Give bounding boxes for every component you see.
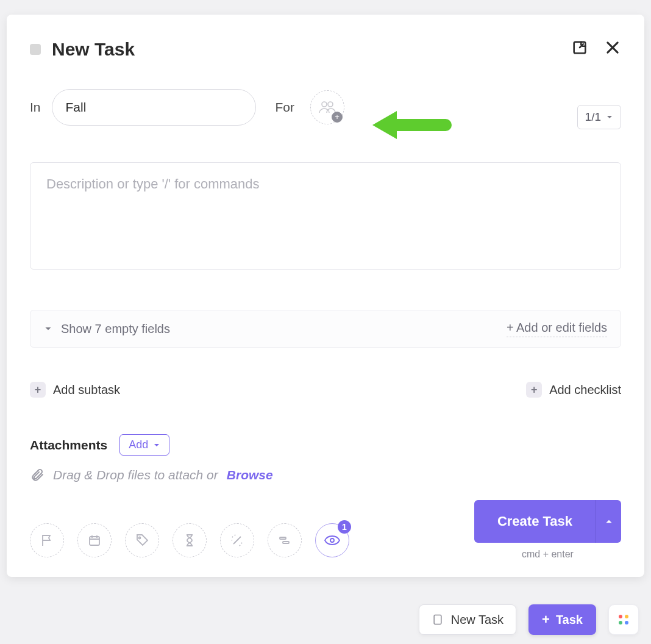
attachments-add-label: Add bbox=[129, 438, 148, 451]
eye-icon bbox=[324, 535, 341, 546]
modal-title[interactable]: New Task bbox=[52, 39, 135, 60]
svg-rect-3 bbox=[90, 537, 99, 545]
create-task-button[interactable]: Create Task bbox=[474, 500, 596, 543]
priority-button[interactable] bbox=[30, 523, 64, 557]
close-icon[interactable] bbox=[604, 39, 621, 56]
svg-point-9 bbox=[619, 615, 622, 618]
svg-rect-6 bbox=[283, 542, 289, 543]
description-input[interactable] bbox=[30, 162, 621, 270]
plus-icon: + bbox=[526, 382, 542, 398]
attachments-title: Attachments bbox=[30, 438, 107, 453]
minimized-task-card[interactable]: New Task bbox=[419, 604, 516, 635]
plus-icon: + bbox=[542, 612, 550, 628]
empty-fields-bar: Show 7 empty fields + Add or edit fields bbox=[30, 310, 621, 348]
modal-header: New Task bbox=[30, 39, 621, 60]
minimized-task-label: New Task bbox=[451, 613, 503, 627]
wand-icon bbox=[230, 533, 244, 548]
show-empty-fields-toggle[interactable]: Show 7 empty fields bbox=[44, 322, 170, 336]
chevron-up-icon bbox=[605, 517, 613, 526]
chevron-down-icon bbox=[44, 324, 52, 333]
flag-icon bbox=[40, 533, 54, 548]
apps-grid-button[interactable] bbox=[608, 604, 639, 635]
task-count-label: 1/1 bbox=[585, 110, 601, 124]
svg-point-2 bbox=[328, 102, 333, 107]
header-actions bbox=[571, 39, 621, 56]
assignee-picker[interactable]: + bbox=[310, 90, 344, 124]
svg-point-11 bbox=[619, 621, 622, 624]
show-fields-label: Show 7 empty fields bbox=[61, 322, 170, 336]
meta-row: In Fall For + bbox=[30, 89, 621, 126]
create-area: Create Task cmd + enter bbox=[474, 500, 621, 560]
create-button-group: Create Task bbox=[474, 500, 621, 543]
create-task-dropdown[interactable] bbox=[596, 500, 621, 543]
svg-point-10 bbox=[625, 615, 628, 618]
assignee-plus-icon: + bbox=[332, 112, 343, 123]
add-subtask-button[interactable]: + Add subtask bbox=[30, 382, 120, 398]
hourglass-icon bbox=[182, 533, 197, 548]
bottom-floaters: New Task + Task bbox=[0, 595, 651, 644]
document-icon bbox=[432, 614, 444, 626]
list-selector[interactable]: Fall bbox=[52, 89, 256, 126]
apps-grid-icon bbox=[617, 613, 630, 626]
calendar-icon bbox=[87, 533, 102, 548]
for-label: For bbox=[276, 100, 295, 115]
sprint-points-button[interactable] bbox=[220, 523, 254, 557]
svg-point-7 bbox=[330, 538, 334, 542]
time-estimate-button[interactable] bbox=[173, 523, 207, 557]
subtask-checklist-row: + Add subtask + Add checklist bbox=[30, 382, 621, 398]
task-count-selector[interactable]: 1/1 bbox=[577, 105, 621, 129]
svg-point-4 bbox=[139, 537, 141, 539]
add-checklist-label: Add checklist bbox=[549, 383, 621, 397]
new-task-btn-label: Task bbox=[556, 613, 583, 627]
due-date-button[interactable] bbox=[77, 523, 112, 557]
watchers-count-badge: 1 bbox=[338, 520, 351, 534]
new-task-modal: New Task In Fall For bbox=[7, 15, 644, 577]
tags-button[interactable] bbox=[125, 523, 159, 557]
task-options-icons: 1 bbox=[30, 523, 349, 557]
add-subtask-label: Add subtask bbox=[53, 383, 120, 397]
paperclip-icon bbox=[30, 468, 44, 482]
attachments-row: Attachments Add bbox=[30, 434, 621, 456]
tag-icon bbox=[135, 533, 149, 548]
in-label: In bbox=[30, 100, 41, 115]
attachments-add-button[interactable]: Add bbox=[119, 434, 169, 456]
watchers-button[interactable]: 1 bbox=[315, 523, 349, 557]
expand-icon[interactable] bbox=[571, 39, 588, 56]
dragdrop-hint: Drag & Drop files to attach or Browse bbox=[30, 468, 621, 482]
svg-rect-5 bbox=[280, 537, 286, 539]
svg-point-12 bbox=[625, 621, 628, 624]
add-edit-fields-link[interactable]: + Add or edit fields bbox=[507, 321, 607, 337]
browse-link[interactable]: Browse bbox=[227, 468, 273, 482]
chevron-down-icon bbox=[153, 442, 160, 449]
chevron-down-icon bbox=[606, 113, 613, 121]
svg-point-1 bbox=[322, 102, 327, 107]
plus-icon: + bbox=[30, 382, 46, 398]
add-checklist-button[interactable]: + Add checklist bbox=[526, 382, 621, 398]
new-task-button[interactable]: + Task bbox=[528, 604, 596, 635]
gantt-icon bbox=[277, 533, 292, 548]
shortcut-hint: cmd + enter bbox=[522, 549, 574, 560]
list-selector-value: Fall bbox=[66, 100, 87, 115]
dragdrop-text: Drag & Drop files to attach or bbox=[53, 468, 218, 482]
status-color-box[interactable] bbox=[30, 44, 41, 55]
svg-rect-8 bbox=[434, 615, 441, 624]
dependencies-button[interactable] bbox=[268, 523, 302, 557]
